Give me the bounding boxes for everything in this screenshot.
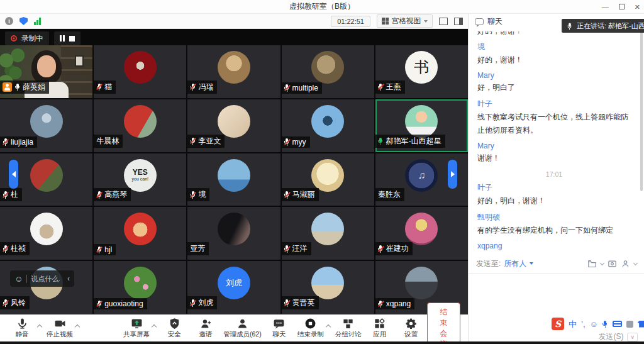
toolbar-chat-button[interactable]: 聊天 <box>264 318 295 339</box>
participant-tile[interactable]: guoxiaoting <box>94 261 186 314</box>
info-icon[interactable]: i <box>5 17 13 25</box>
side-panel-layout-icon[interactable] <box>454 18 463 25</box>
avatar <box>311 51 344 84</box>
mic-muted-icon <box>284 138 290 146</box>
chat-scrollbar[interactable] <box>640 30 643 191</box>
chevron-up-icon[interactable] <box>325 324 330 329</box>
quick-chat-input[interactable]: 说点什么... <box>31 274 60 284</box>
recording-label: 录制中 <box>21 34 43 43</box>
participant-tile[interactable]: 风铃 <box>0 261 92 314</box>
ime-keyboard-icon[interactable] <box>613 321 622 327</box>
participant-tile[interactable]: 马淑丽 <box>282 153 374 206</box>
gear-icon <box>405 318 417 330</box>
maximize-button[interactable] <box>619 4 625 11</box>
emoji-icon[interactable]: ☺ <box>14 275 23 283</box>
participant-name-label: xqpang <box>375 298 414 309</box>
participant-tile[interactable]: 汪洋 <box>282 207 374 260</box>
participant-tile[interactable]: 境 <box>187 153 280 206</box>
minimize-button[interactable]: — <box>602 4 609 11</box>
participant-tile[interactable]: 李亚文 <box>187 99 280 152</box>
fullscreen-icon[interactable] <box>439 18 448 25</box>
pause-recording-button[interactable] <box>60 35 65 42</box>
send-options-caret[interactable]: ∨ <box>627 333 638 341</box>
chevron-up-icon[interactable] <box>37 324 42 329</box>
ime-voice-icon[interactable] <box>602 320 608 328</box>
grid-page-next-button[interactable] <box>448 160 457 189</box>
grid-view-icon <box>382 18 389 25</box>
toolbar-mic-button[interactable]: 静音 <box>6 318 38 339</box>
chevron-down-icon[interactable] <box>600 260 604 265</box>
sogou-ime-logo[interactable]: S <box>552 318 564 330</box>
chat-panel: 聊天 好的，谢谢！ 境好的，谢谢！Mary好，明白了叶子线下教室考试只有一个机位… <box>468 14 644 341</box>
chevron-up-icon[interactable] <box>75 324 80 329</box>
toolbar-apps-button[interactable]: 应用 <box>364 318 396 339</box>
toolbar-invite-button[interactable]: 邀请 <box>190 318 221 339</box>
chevron-up-icon[interactable] <box>152 324 157 329</box>
toolbar-members-button[interactable]: 管理成员(62) <box>221 318 264 339</box>
avatar <box>124 51 157 84</box>
end-meeting-button[interactable]: 结束会议 <box>427 302 460 344</box>
security-shield-icon[interactable] <box>19 17 28 25</box>
collapse-icon[interactable]: ‹ <box>67 274 70 283</box>
close-button[interactable]: ✕ <box>635 4 640 11</box>
member-icon[interactable] <box>621 259 630 269</box>
toolbar-shield-button[interactable]: 安全 <box>158 318 190 339</box>
participant-tile[interactable]: 刘虎刘虎 <box>187 261 280 314</box>
participant-name: 杜祯 <box>11 243 26 254</box>
ime-punctuation-toggle[interactable]: ’, <box>581 320 586 328</box>
participant-name-label: 王燕 <box>375 80 405 94</box>
file-transfer-icon[interactable] <box>587 259 597 269</box>
participant-name: 风铃 <box>11 297 26 308</box>
network-signal-icon[interactable] <box>34 18 41 25</box>
ime-language-toggle[interactable]: 中 <box>569 320 577 328</box>
message-text: 好的，谢谢！ <box>477 53 631 67</box>
participant-tile[interactable]: 薛英娟 <box>0 45 92 98</box>
toolbar-label: 应用 <box>373 330 386 339</box>
participant-tile[interactable]: 郝艳军-山西超星 <box>375 99 468 152</box>
participant-name: 秦胜东 <box>378 189 401 200</box>
participant-tile[interactable]: hjl <box>94 207 186 260</box>
participant-name: 刘虎 <box>198 297 213 308</box>
ime-toolbox-icon[interactable] <box>626 321 633 328</box>
send-to-selector[interactable]: 所有人 <box>504 258 526 269</box>
send-button[interactable]: 发送(S) <box>598 331 623 342</box>
webcam-video <box>75 55 84 67</box>
ime-skin-icon[interactable] <box>638 321 644 328</box>
screenshot-icon[interactable] <box>608 259 617 269</box>
participant-tile[interactable]: 书王燕 <box>375 45 468 98</box>
stop-recording-button[interactable] <box>69 36 75 42</box>
participant-tile[interactable]: 牛晨林 <box>94 99 186 152</box>
participant-tile[interactable]: multiple <box>282 45 374 98</box>
window-title: 虚拟教研室（B版） <box>0 1 644 12</box>
message-sender: Mary <box>477 71 631 80</box>
toolbar-share-button[interactable]: 共享屏幕 <box>121 318 152 339</box>
grid-page-prev-button[interactable] <box>9 160 18 189</box>
participant-tile[interactable]: 亚芳 <box>187 207 280 260</box>
participant-tile[interactable]: 猫 <box>94 45 186 98</box>
toolbar-gear-button[interactable]: 设置 <box>396 318 427 339</box>
toolbar-record-button[interactable]: 结束录制 <box>295 318 326 339</box>
avatar-text: you can! <box>132 177 148 182</box>
toolbar-camera-button[interactable]: 停止视频 <box>44 318 75 339</box>
participant-name: multiple <box>292 84 318 92</box>
view-mode-dropdown[interactable]: 宫格视图 <box>377 14 433 28</box>
participant-name-label: 冯瑞 <box>187 80 217 94</box>
participant-tile[interactable]: 冯瑞 <box>187 45 280 98</box>
mic-muted-icon <box>96 191 102 199</box>
bottom-control-bar: 静音停止视频共享屏幕安全邀请管理成员(62)聊天结束录制分组讨论应用设置 结束会… <box>0 314 468 341</box>
participant-tile[interactable]: myy <box>282 99 374 152</box>
participant-tile[interactable]: liujiajia <box>0 99 92 152</box>
avatar <box>30 213 63 245</box>
participant-tile[interactable]: 黄晋英 <box>282 261 374 314</box>
ime-emoji-icon[interactable]: ☺ <box>590 320 598 328</box>
quick-chat-overlay[interactable]: ☺ 说点什么... ‹ <box>10 270 74 287</box>
participant-tile[interactable]: 崔建功 <box>375 207 468 260</box>
chat-message-list[interactable]: 好的，谢谢！ 境好的，谢谢！Mary好，明白了叶子线下教室考试只有一个机位，线上… <box>469 30 640 252</box>
participant-tile[interactable]: YESyou can!高燕琴 <box>94 153 186 206</box>
avatar <box>405 213 438 245</box>
participant-name-label: 薛英娟 <box>0 80 49 94</box>
toolbar-breakout-button[interactable]: 分组讨论 <box>333 318 364 339</box>
chevron-down-icon[interactable] <box>633 260 638 265</box>
participant-tile[interactable]: 杜祯 <box>0 207 92 260</box>
participant-name-label: 高燕琴 <box>94 188 131 201</box>
